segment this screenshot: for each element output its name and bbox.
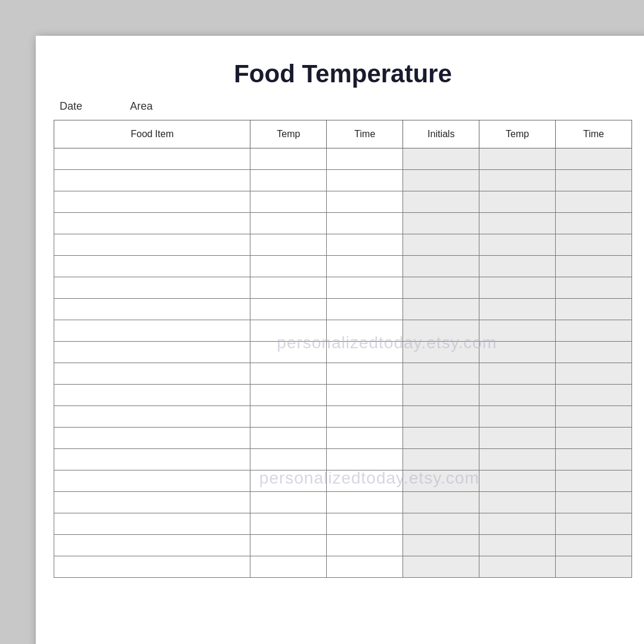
table-cell[interactable] xyxy=(403,256,479,277)
table-cell[interactable] xyxy=(250,256,327,277)
table-cell[interactable] xyxy=(250,213,327,234)
table-cell[interactable] xyxy=(403,470,479,492)
table-cell[interactable] xyxy=(327,470,403,492)
table-cell[interactable] xyxy=(556,406,632,428)
table-cell[interactable] xyxy=(403,556,479,578)
table-cell[interactable] xyxy=(556,449,632,470)
table-cell[interactable] xyxy=(403,277,479,299)
table-cell[interactable] xyxy=(54,148,250,170)
table-cell[interactable] xyxy=(479,363,556,385)
table-cell[interactable] xyxy=(250,191,327,213)
table-cell[interactable] xyxy=(327,191,403,213)
table-cell[interactable] xyxy=(54,470,250,492)
table-cell[interactable] xyxy=(250,299,327,320)
table-cell[interactable] xyxy=(556,535,632,556)
table-cell[interactable] xyxy=(403,449,479,470)
table-cell[interactable] xyxy=(54,385,250,406)
table-cell[interactable] xyxy=(479,492,556,513)
table-cell[interactable] xyxy=(479,513,556,535)
table-cell[interactable] xyxy=(479,535,556,556)
table-cell[interactable] xyxy=(327,513,403,535)
table-cell[interactable] xyxy=(54,277,250,299)
table-cell[interactable] xyxy=(250,170,327,191)
table-cell[interactable] xyxy=(479,256,556,277)
table-cell[interactable] xyxy=(327,363,403,385)
table-cell[interactable] xyxy=(556,191,632,213)
table-cell[interactable] xyxy=(54,449,250,470)
table-cell[interactable] xyxy=(403,191,479,213)
table-cell[interactable] xyxy=(556,513,632,535)
table-cell[interactable] xyxy=(403,148,479,170)
table-cell[interactable] xyxy=(327,213,403,234)
table-cell[interactable] xyxy=(479,385,556,406)
table-cell[interactable] xyxy=(556,170,632,191)
table-cell[interactable] xyxy=(54,363,250,385)
table-cell[interactable] xyxy=(479,191,556,213)
table-cell[interactable] xyxy=(556,428,632,449)
table-cell[interactable] xyxy=(54,556,250,578)
table-cell[interactable] xyxy=(479,299,556,320)
table-cell[interactable] xyxy=(250,406,327,428)
table-cell[interactable] xyxy=(556,320,632,342)
table-cell[interactable] xyxy=(327,277,403,299)
table-cell[interactable] xyxy=(556,213,632,234)
table-cell[interactable] xyxy=(250,320,327,342)
table-cell[interactable] xyxy=(54,191,250,213)
table-cell[interactable] xyxy=(403,170,479,191)
table-cell[interactable] xyxy=(479,556,556,578)
table-cell[interactable] xyxy=(327,320,403,342)
table-cell[interactable] xyxy=(403,299,479,320)
table-cell[interactable] xyxy=(556,342,632,363)
table-cell[interactable] xyxy=(327,406,403,428)
table-cell[interactable] xyxy=(403,406,479,428)
table-cell[interactable] xyxy=(327,385,403,406)
table-cell[interactable] xyxy=(250,492,327,513)
table-cell[interactable] xyxy=(250,385,327,406)
table-cell[interactable] xyxy=(403,342,479,363)
table-cell[interactable] xyxy=(403,428,479,449)
table-cell[interactable] xyxy=(403,234,479,256)
table-cell[interactable] xyxy=(327,256,403,277)
table-cell[interactable] xyxy=(556,277,632,299)
table-cell[interactable] xyxy=(250,148,327,170)
table-cell[interactable] xyxy=(250,342,327,363)
table-cell[interactable] xyxy=(327,535,403,556)
table-cell[interactable] xyxy=(250,428,327,449)
table-cell[interactable] xyxy=(403,513,479,535)
table-cell[interactable] xyxy=(479,148,556,170)
table-cell[interactable] xyxy=(403,213,479,234)
table-cell[interactable] xyxy=(327,170,403,191)
table-cell[interactable] xyxy=(54,320,250,342)
table-cell[interactable] xyxy=(403,385,479,406)
table-cell[interactable] xyxy=(327,492,403,513)
table-cell[interactable] xyxy=(54,213,250,234)
table-cell[interactable] xyxy=(556,234,632,256)
table-cell[interactable] xyxy=(479,277,556,299)
table-cell[interactable] xyxy=(556,470,632,492)
table-cell[interactable] xyxy=(479,320,556,342)
table-cell[interactable] xyxy=(327,556,403,578)
table-cell[interactable] xyxy=(403,492,479,513)
table-cell[interactable] xyxy=(250,513,327,535)
table-cell[interactable] xyxy=(403,535,479,556)
table-cell[interactable] xyxy=(250,556,327,578)
table-cell[interactable] xyxy=(556,148,632,170)
table-cell[interactable] xyxy=(556,492,632,513)
table-cell[interactable] xyxy=(54,234,250,256)
table-cell[interactable] xyxy=(54,535,250,556)
table-cell[interactable] xyxy=(250,277,327,299)
table-cell[interactable] xyxy=(556,385,632,406)
table-cell[interactable] xyxy=(54,256,250,277)
table-cell[interactable] xyxy=(327,299,403,320)
table-cell[interactable] xyxy=(327,234,403,256)
table-cell[interactable] xyxy=(327,148,403,170)
table-cell[interactable] xyxy=(556,556,632,578)
table-cell[interactable] xyxy=(250,234,327,256)
table-cell[interactable] xyxy=(54,492,250,513)
table-cell[interactable] xyxy=(556,363,632,385)
table-cell[interactable] xyxy=(479,213,556,234)
table-cell[interactable] xyxy=(54,342,250,363)
table-cell[interactable] xyxy=(327,449,403,470)
table-cell[interactable] xyxy=(54,513,250,535)
table-cell[interactable] xyxy=(479,406,556,428)
